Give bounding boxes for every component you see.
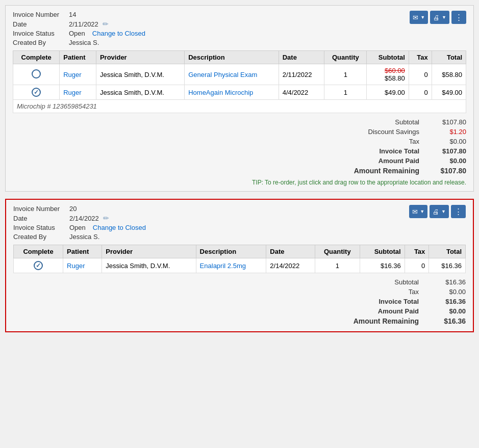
invoice-status-value: Open [69,30,85,37]
quantity-cell-2: 1 [315,258,360,273]
date-cell-2: 2/14/2022 [266,258,315,273]
col-tax: Tax [409,51,432,64]
email-icon-1: ✉ [413,14,418,21]
tax-value: $0.00 [425,138,466,145]
email-icon-2: ✉ [412,208,418,216]
invoice-total-value-2: $16.36 [425,298,466,305]
print-dropdown-arrow-2: ▼ [441,209,446,214]
invoice-createdby-row: Created By Jessica S. [13,39,466,46]
invoice-header-2: Invoice Number 20 Date 2/14/2022 ✏ Invoi… [13,205,466,241]
subtotal-cell: $60.00 $58.80 [367,64,409,85]
tax-cell-2: 0 [405,258,429,273]
invoice-date-label-2: Date [13,215,69,222]
amount-remaining-row-2: Amount Remaining $16.36 [13,316,466,326]
invoice-date-label: Date [13,20,69,28]
discount-label: Discount Savings [344,128,425,136]
col-quantity-2: Quantity [315,245,360,258]
col-date-2: Date [266,245,315,258]
col-complete: Complete [13,51,60,64]
provider-cell: Jessica Smith, D.V.M. [96,85,184,100]
subtotal-value-2: $16.36 [425,278,466,286]
description-cell: General Physical Exam [185,64,279,85]
print-button-1[interactable]: 🖨 ▼ [430,11,449,24]
more-button-1[interactable]: ⋮ [451,11,466,24]
tax-label: Tax [344,138,425,145]
original-price: $60.00 [385,67,405,74]
invoice-date-value-2: 2/14/2022 [69,215,99,222]
invoice-number-label-2: Invoice Number [13,205,69,213]
date-cell: 2/11/2022 [279,64,324,85]
total-cell: $58.80 [432,64,466,85]
col-provider-2: Provider [102,245,196,258]
patient-cell: Ruger [60,64,96,85]
complete-cell: ✓ [13,85,60,100]
invoice-number-row: Invoice Number 14 [13,11,466,18]
col-provider: Provider [96,51,184,64]
amount-paid-value: $0.00 [425,157,466,165]
invoice-header-1: Invoice Number 14 Date 2/11/2022 ✏ Invoi… [13,11,466,46]
col-total-2: Total [429,245,466,258]
table-row: ✓ Ruger Jessica Smith, D.V.M. HomeAgain … [13,85,466,100]
edit-date-icon[interactable]: ✏ [103,20,109,28]
invoice-total-row-2: Invoice Total $16.36 [13,297,466,306]
tax-row: Tax $0.00 [13,137,466,146]
tax-row-2: Tax $0.00 [13,287,466,297]
description-cell: HomeAgain Microchip [185,85,279,100]
print-button-2[interactable]: 🖨 ▼ [430,205,449,218]
tax-value-2: $0.00 [425,288,466,296]
col-patient-2: Patient [63,245,102,258]
empty-circle-icon [32,69,41,78]
description-link[interactable]: General Physical Exam [188,71,257,78]
amount-remaining-label: Amount Remaining [344,167,425,175]
invoice-total-label: Invoice Total [344,147,425,155]
invoice-status-row: Invoice Status Open Change to Closed [13,30,466,37]
amount-paid-row-2: Amount Paid $0.00 [13,306,466,316]
patient-link[interactable]: Ruger [63,71,81,78]
invoice-status-row-2: Invoice Status Open Change to Closed [13,224,466,231]
amount-remaining-value: $107.80 [425,167,466,175]
change-to-closed-link-2[interactable]: Change to Closed [93,224,146,231]
edit-date-icon-2[interactable]: ✏ [103,214,109,222]
totals-section-2: Subtotal $16.36 Tax $0.00 Invoice Total … [13,277,466,326]
provider-cell: Jessica Smith, D.V.M. [96,64,184,85]
subtotal-value: $107.80 [425,118,466,126]
col-subtotal-2: Subtotal [360,245,405,258]
print-icon-2: 🖨 [433,208,439,216]
col-description-2: Description [196,245,266,258]
table-header-row-2: Complete Patient Provider Description Da… [14,245,466,258]
check-circle-icon-2: ✓ [34,261,43,270]
patient-link[interactable]: Ruger [63,89,81,96]
subtotal-label: Subtotal [344,118,425,126]
col-subtotal: Subtotal [367,51,409,64]
description-cell-2: Enalapril 2.5mg [196,258,266,273]
email-button-2[interactable]: ✉ ▼ [409,205,427,218]
change-to-closed-link-1[interactable]: Change to Closed [92,30,145,37]
total-cell: $49.00 [432,85,466,100]
totals-section-1: Subtotal $107.80 Discount Savings $1.20 … [13,117,466,186]
amount-remaining-value-2: $16.36 [425,317,466,325]
invoice-createdby-value-2: Jessica S. [69,233,99,241]
amount-paid-label: Amount Paid [344,157,425,165]
amount-paid-value-2: $0.00 [425,307,466,315]
invoice-status-value-2: Open [69,224,86,231]
subtotal-row-2: Subtotal $16.36 [13,277,466,287]
email-button-1[interactable]: ✉ ▼ [410,11,428,24]
invoice-table-1: Complete Patient Provider Description Da… [13,50,466,100]
description-link[interactable]: HomeAgain Microchip [188,89,253,96]
more-button-2[interactable]: ⋮ [451,205,466,218]
tax-cell: 0 [409,64,432,85]
patient-link-2[interactable]: Ruger [67,262,85,270]
description-link-2[interactable]: Enalapril 2.5mg [200,262,246,270]
col-patient: Patient [60,51,96,64]
complete-cell-2: ✓ [14,258,63,273]
invoice-number-row-2: Invoice Number 20 [13,205,466,213]
amount-remaining-label-2: Amount Remaining [343,317,425,325]
amount-remaining-row: Amount Remaining $107.80 [13,166,466,176]
patient-cell-2: Ruger [63,258,102,273]
invoice-number-value: 14 [69,11,76,18]
invoice-createdby-label-2: Created By [13,233,69,241]
patient-cell: Ruger [60,85,96,100]
invoice-number-value-2: 20 [69,205,77,213]
microchip-note: Microchip # 123659854231 [13,100,466,113]
discount-value: $1.20 [425,128,466,136]
